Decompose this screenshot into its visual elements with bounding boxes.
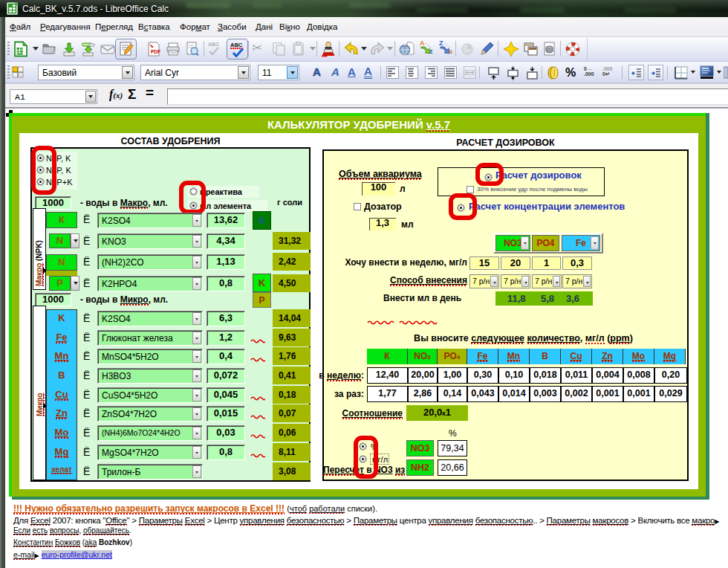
svg-text:PDF: PDF [151,49,160,54]
